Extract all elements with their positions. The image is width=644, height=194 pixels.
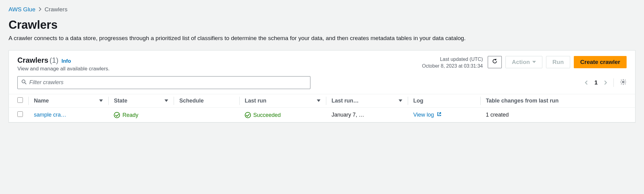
filter-input[interactable] [27,79,306,86]
external-link-icon [437,112,442,118]
svg-point-0 [22,80,25,83]
breadcrumb-current: Crawlers [45,6,67,13]
breadcrumb: AWS Glue Crawlers [9,6,635,13]
crawlers-panel: Crawlers (1) Info View and manage all av… [9,50,635,123]
settings-button[interactable] [613,78,627,87]
chevron-right-icon [38,6,42,13]
col-last-run: Last run [239,94,326,107]
state-badge: Ready [114,112,138,118]
table-header-row: Name State Schedule Last run Last run… L… [9,94,635,107]
col-state: State [108,94,174,107]
panel-subtitle: View and manage all available crawlers. [17,66,417,72]
crawlers-table: Name State Schedule Last run Last run… L… [9,94,635,122]
check-circle-icon [245,112,251,118]
table-row: sample cra… Ready Succeeded January 7, … [9,107,635,122]
select-all-checkbox[interactable] [17,97,23,103]
last-run-status: Succeeded [245,112,281,118]
col-table-changes: Table changes from last run [480,94,635,107]
sort-icon[interactable] [399,99,402,102]
run-button[interactable]: Run [546,56,570,68]
col-schedule: Schedule [174,94,239,107]
pagination: 1 [584,78,627,87]
col-log: Log [408,94,480,107]
info-link[interactable]: Info [62,58,71,64]
svg-point-2 [622,81,624,83]
create-label: Create crawler [580,59,620,65]
run-label: Run [552,59,564,65]
check-circle-icon [114,112,120,118]
breadcrumb-root-link[interactable]: AWS Glue [9,6,35,13]
filter-row: 1 [9,76,635,94]
gear-icon [620,79,627,86]
page-number: 1 [594,79,598,86]
row-checkbox[interactable] [17,111,23,117]
action-button[interactable]: Action [505,56,542,68]
sort-icon[interactable] [99,99,103,102]
create-crawler-button[interactable]: Create crawler [574,56,627,68]
caret-down-icon [532,61,536,63]
col-last-run-date: Last run… [326,94,408,107]
view-log-link[interactable]: View log [413,112,442,118]
page-description: A crawler connects to a data store, prog… [9,34,635,43]
last-updated-value: October 8, 2023 at 03:31:34 [422,63,483,69]
refresh-icon [492,58,498,66]
last-updated-label: Last updated (UTC) [422,56,483,63]
sort-icon[interactable] [317,99,320,102]
panel-title: Crawlers [17,56,48,64]
panel-header: Crawlers (1) Info View and manage all av… [9,50,635,76]
svg-line-1 [25,83,26,84]
last-updated-block: Last updated (UTC) October 8, 2023 at 03… [422,56,483,70]
last-run-date: January 7, … [331,112,364,118]
sort-icon[interactable] [165,99,168,102]
refresh-button[interactable] [488,56,502,68]
table-changes-value: 1 created [486,112,509,118]
page-title: Crawlers [9,18,635,32]
filter-input-wrap[interactable] [17,76,310,89]
action-label: Action [512,59,530,65]
col-name: Name [28,94,108,107]
crawler-name-link[interactable]: sample cra… [34,112,66,118]
panel-count: (1) [49,56,58,64]
next-page-button[interactable] [604,80,607,85]
prev-page-button[interactable] [584,80,588,85]
search-icon [21,79,27,86]
